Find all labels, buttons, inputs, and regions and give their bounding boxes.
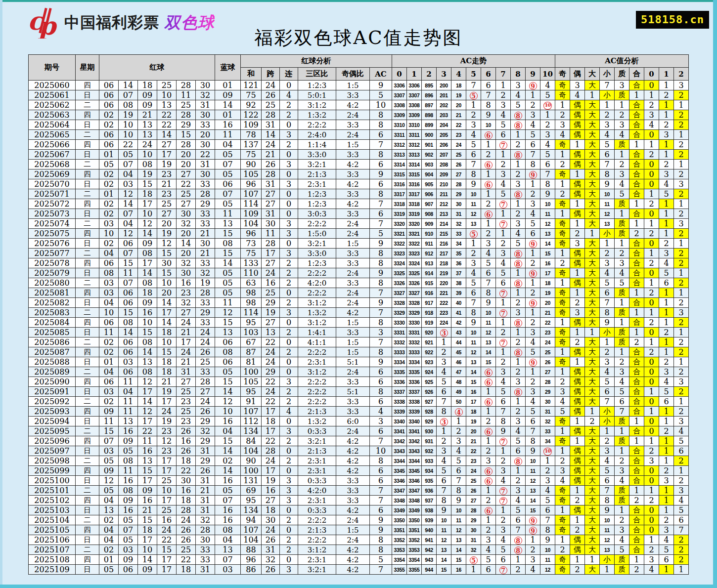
cell-trend-4: 7 bbox=[451, 476, 466, 486]
cell-trend-2: 925 bbox=[422, 377, 437, 387]
cell-trend-9: 9 bbox=[526, 298, 540, 308]
cell-red-ball: 18 bbox=[177, 456, 196, 466]
cell-red-ball: 15 bbox=[119, 258, 138, 268]
cell-analysis-mod1: 1 bbox=[659, 110, 674, 120]
cell-analysis-odd: 2 bbox=[555, 377, 570, 387]
cell-trend-6: 15 bbox=[481, 357, 496, 367]
cell-zone-ratio: 4:1:1 bbox=[298, 337, 336, 347]
cell-period: 2025108 bbox=[29, 555, 76, 565]
cell-trend-1: 3315 bbox=[407, 169, 422, 179]
cell-trend-0: 3339 bbox=[392, 407, 407, 417]
cell-blue-ball: 05 bbox=[215, 288, 241, 298]
cell-red-ball: 01 bbox=[99, 357, 119, 367]
cell-red-ball: 22 bbox=[119, 140, 138, 150]
cell-analysis-mod2: 2 bbox=[674, 229, 689, 239]
cell-consecutive: 2 bbox=[280, 328, 298, 337]
cell-red-ball: 06 bbox=[99, 81, 119, 90]
cell-analysis-prime: 质 bbox=[615, 90, 629, 100]
cell-trend-9: 1 bbox=[526, 535, 540, 545]
table-row: 2025085日111415182124131031321:4:13:33333… bbox=[29, 328, 689, 337]
cell-ac-value: 6 bbox=[370, 377, 392, 387]
cell-trend-2: 933 bbox=[422, 456, 437, 466]
cell-week: 日 bbox=[76, 476, 99, 486]
cell-sum: 122 bbox=[241, 110, 262, 120]
cell-trend-3: 209 bbox=[437, 169, 451, 179]
cell-trend-2: 939 bbox=[422, 515, 437, 525]
cell-odd-even-ratio: 3:3 bbox=[336, 209, 370, 219]
cell-red-ball: 09 bbox=[138, 239, 157, 249]
cell-analysis-even: 偶 bbox=[570, 545, 585, 555]
cell-analysis-big: 大 bbox=[585, 486, 600, 496]
cell-analysis-even: 偶 bbox=[570, 249, 585, 258]
cell-trend-10: 19 bbox=[540, 288, 555, 298]
cell-ac-value: 6 bbox=[370, 179, 392, 189]
cell-odd-even-ratio: 2:4 bbox=[336, 110, 370, 120]
cell-red-ball: 06 bbox=[119, 298, 138, 308]
cell-trend-3: 3 bbox=[437, 328, 451, 337]
cell-red-ball: 01 bbox=[99, 150, 119, 160]
cell-trend-3: 213 bbox=[437, 209, 451, 219]
cell-analysis-big: 1 bbox=[585, 328, 600, 337]
cell-analysis-composite: 合 bbox=[629, 515, 644, 525]
cell-analysis-odd: 奇 bbox=[555, 337, 570, 347]
cell-week: 日 bbox=[76, 417, 99, 426]
cell-odd-even-ratio: 1:5 bbox=[336, 140, 370, 150]
cell-analysis-small: 7 bbox=[600, 298, 615, 308]
cell-ac-value: 7 bbox=[370, 219, 392, 229]
cell-analysis-odd: 3 bbox=[555, 387, 570, 397]
cell-trend-3: 8 bbox=[437, 496, 451, 505]
cell-analysis-prime: 4 bbox=[615, 476, 629, 486]
cell-trend-7: 2 bbox=[496, 90, 511, 100]
cell-analysis-mod2: 3 bbox=[674, 377, 689, 387]
cell-trend-3: 3 bbox=[437, 417, 451, 426]
cell-analysis-small: 5 bbox=[600, 377, 615, 387]
cell-analysis-even: 偶 bbox=[570, 258, 585, 268]
cell-trend-9: 6 bbox=[526, 140, 540, 150]
cell-trend-2: 908 bbox=[422, 209, 437, 219]
cell-trend-1: 3324 bbox=[407, 258, 422, 268]
cell-red-ball: 17 bbox=[138, 387, 157, 397]
ac-hit-circle: 8 bbox=[514, 546, 522, 554]
cell-consecutive: 2 bbox=[280, 110, 298, 120]
cell-blue-ball: 05 bbox=[215, 169, 241, 179]
sub-header-trend-0: 0 bbox=[392, 68, 407, 81]
cell-analysis-composite: 合 bbox=[629, 298, 644, 308]
sub-header-trend-3: 3 bbox=[437, 68, 451, 81]
cell-period: 2025082 bbox=[29, 298, 76, 308]
cell-blue-ball: 06 bbox=[215, 337, 241, 347]
cell-trend-4: 45 bbox=[451, 347, 466, 357]
cell-period: 2025097 bbox=[29, 446, 76, 456]
cell-analysis-mod1: 5 bbox=[659, 387, 674, 397]
cell-trend-6: 3 bbox=[481, 535, 496, 545]
cell-period: 2025104 bbox=[29, 515, 76, 525]
cell-trend-0: 3307 bbox=[392, 90, 407, 100]
cell-consecutive: 2 bbox=[280, 545, 298, 555]
cell-week: 日 bbox=[76, 179, 99, 189]
cell-trend-9: 12 bbox=[526, 476, 540, 486]
ac-hit-circle: 7 bbox=[499, 339, 507, 347]
cell-red-ball: 08 bbox=[119, 318, 138, 328]
cell-period: 2025069 bbox=[29, 169, 76, 179]
cell-red-ball: 28 bbox=[196, 288, 215, 298]
cell-red-ball: 22 bbox=[157, 110, 177, 120]
cell-ac-value: 9 bbox=[370, 525, 392, 535]
cell-trend-8: 8 bbox=[511, 347, 526, 357]
cell-trend-3: 202 bbox=[437, 100, 451, 110]
cell-analysis-prime: 3 bbox=[615, 258, 629, 268]
cell-trend-6: 6 bbox=[481, 377, 496, 387]
cell-analysis-big: 1 bbox=[585, 229, 600, 239]
cell-analysis-prime: 质 bbox=[615, 140, 629, 150]
cell-trend-1: 3318 bbox=[407, 199, 422, 209]
cell-trend-5: 1 bbox=[466, 239, 481, 249]
cell-blue-ball: 08 bbox=[215, 525, 241, 535]
cell-trend-1: 3323 bbox=[407, 249, 422, 258]
cell-red-ball: 13 bbox=[138, 456, 157, 466]
cell-analysis-mod0: 1 bbox=[644, 249, 659, 258]
cell-analysis-prime: 质 bbox=[615, 565, 629, 575]
cell-red-ball: 18 bbox=[138, 525, 157, 535]
cell-analysis-composite: 1 bbox=[629, 417, 644, 426]
cell-trend-8: 8 bbox=[511, 249, 526, 258]
cell-red-ball: 10 bbox=[138, 318, 157, 328]
cell-consecutive: 3 bbox=[280, 130, 298, 140]
cell-trend-6: 1 bbox=[481, 515, 496, 525]
